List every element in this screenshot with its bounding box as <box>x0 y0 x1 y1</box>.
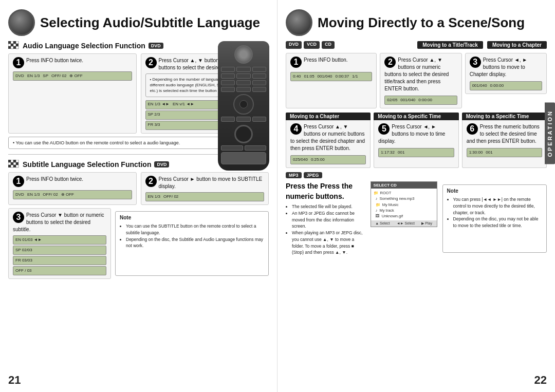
svg-rect-17 <box>11 162 13 165</box>
right-note-item2: Depending on the disc, you may not be ab… <box>453 216 542 229</box>
subtitle-note-item2: Depending on the disc, the Subtitle and … <box>126 236 264 250</box>
chapter-header-mid: Moving to a Chapter <box>286 113 371 120</box>
step6-number: 6 <box>467 123 478 135</box>
svg-rect-3 <box>16 41 18 44</box>
right-note-label: Note <box>447 188 542 195</box>
svg-rect-21 <box>11 165 13 167</box>
svg-rect-4 <box>8 44 11 46</box>
select-cd-item4: 🖼 Unknown.gif <box>374 213 434 219</box>
subtitle-step2-display: EN 1/3 OFF/ 02 <box>145 192 265 201</box>
subtitle-step2-text: Press Cursor ► button to move to SUBTITL… <box>159 176 263 189</box>
select-cd-box: SELECT CD 📁 ROOT ♪ Something new.mp3 📁 M… <box>371 181 437 227</box>
remote-big-round-btn[interactable] <box>234 125 253 143</box>
subtitle-step1-number: 1 <box>13 176 24 187</box>
remote-btn17[interactable] <box>245 145 267 151</box>
select-cd-footer: ▲ Select ◄► Select ▶ Play <box>371 220 437 227</box>
remote-btn11[interactable] <box>236 87 250 92</box>
subtitle-steps-top: 1 Press INFO button twice. DVD EN 1/3 OF… <box>8 172 269 205</box>
checkered-icon-subtitle <box>8 160 20 169</box>
remote-btn5[interactable] <box>236 73 250 79</box>
step5-number: 5 <box>378 123 390 135</box>
right-header: Moving Directly to a Scene/Song <box>286 9 547 36</box>
select-cd-box-area: SELECT CD 📁 ROOT ♪ Something new.mp3 📁 M… <box>371 181 437 256</box>
remote-btn1[interactable] <box>221 67 235 72</box>
remote-btn10[interactable] <box>221 87 235 92</box>
mp3-jpeg-content: Press the Press the numeric buttons. The… <box>286 181 547 256</box>
audio-step1-number: 1 <box>13 57 24 68</box>
badge-vcd: VCD <box>304 41 320 49</box>
right-step1-text: Press INFO button. <box>304 57 348 63</box>
svg-rect-8 <box>8 46 11 49</box>
right-header-icon <box>286 9 312 36</box>
right-page-title: Moving Directly to a Scene/Song <box>318 15 525 30</box>
remote-row1 <box>221 67 266 72</box>
svg-rect-1 <box>11 41 13 44</box>
svg-rect-0 <box>8 41 11 44</box>
subtitle-step3-display3: FR 03/03 <box>13 256 106 265</box>
badge-dvd: DVD <box>286 41 302 49</box>
right-step1-display: 0:40 01:05 001/040 0:00:37 1/1 <box>290 72 372 81</box>
remote-btn8[interactable] <box>236 80 250 85</box>
svg-rect-20 <box>8 165 11 167</box>
step3-display: 001/040 0:00:00 <box>470 81 542 90</box>
subtitle-step1: 1 Press INFO button twice. DVD EN 1/3 OF… <box>8 172 137 205</box>
checkered-icon-audio <box>8 41 20 50</box>
select-cd-content: 📁 ROOT ♪ Something new.mp3 📁 My Music ♪ … <box>371 189 437 220</box>
svg-rect-16 <box>8 162 11 165</box>
remote-bottom-section <box>221 117 266 164</box>
operation-bar: OPERATION <box>545 103 555 164</box>
subtitle-step1-display: DVD EN 1/3 OFF/ 02 ⊕ OFF <box>13 190 132 199</box>
audio-dvd-badge: DVD <box>149 43 163 49</box>
remote-nav-circle[interactable] <box>233 94 254 115</box>
remote-row4 <box>221 87 266 92</box>
remote-btn9[interactable] <box>252 80 266 85</box>
badge-jpeg: JPEG <box>304 172 322 178</box>
remote-nav-center[interactable] <box>239 100 248 108</box>
svg-rect-12 <box>8 160 11 162</box>
svg-rect-10 <box>13 46 16 49</box>
mp3-bullet-1: The selected file will be played. <box>292 203 365 210</box>
remote-btn3[interactable] <box>252 67 266 72</box>
svg-rect-23 <box>16 165 18 167</box>
audio-step1-text: Press INFO button twice. <box>26 58 83 63</box>
remote-btn7[interactable] <box>221 80 235 85</box>
step2-title-track: 2 Press Cursor ▲, ▼ buttons or numeric b… <box>380 53 461 108</box>
svg-rect-14 <box>13 160 16 162</box>
page-number-right: 22 <box>534 374 547 387</box>
svg-rect-11 <box>16 46 18 49</box>
remote-btn14[interactable] <box>236 117 250 122</box>
svg-rect-6 <box>13 44 16 46</box>
subtitle-dvd-badge: DVD <box>154 161 169 167</box>
remote-long-btn[interactable] <box>221 152 266 164</box>
remote-big-btn-area <box>221 125 266 143</box>
select-cd-item1: ♪ Something new.mp3 <box>374 196 434 201</box>
title-track-header-top: Moving to a Title/Track <box>417 41 483 49</box>
step2-number: 2 <box>384 57 396 68</box>
subtitle-section-title: Subtitle Language Selection Function <box>23 160 151 169</box>
audio-step2-number: 2 <box>145 57 157 68</box>
remote-btn15[interactable] <box>252 117 266 122</box>
badge-mp3: MP3 <box>286 172 302 178</box>
right-note-list: You can press |◄◄ ►►| on the remote cont… <box>447 196 542 229</box>
remote-btn13[interactable] <box>221 117 235 122</box>
mp3-bullet-3: When playing an MP3 or JEPG disc, you ca… <box>292 230 365 256</box>
step2-display: 02/05 001/040 0:00:00 <box>384 96 457 105</box>
mp3-step-area: Press the Press the numeric buttons. The… <box>286 181 365 256</box>
remote-top-speaker <box>234 45 253 64</box>
remote-btn12[interactable] <box>252 87 266 92</box>
remote-btn16[interactable] <box>221 145 243 151</box>
remote-btn2[interactable] <box>236 67 250 72</box>
remote-btn6[interactable] <box>252 73 266 79</box>
remote-btn4[interactable] <box>221 73 235 79</box>
step5-box: 5 Press Cursor ◄, ► buttons to move to t… <box>374 120 458 168</box>
middle-steps: 4 Press Cursor ▲, ▼ buttons or numeric b… <box>286 120 547 168</box>
subtitle-step2: 2 Press Cursor ► button to move to SUBTI… <box>141 172 269 205</box>
middle-headers: Moving to a Chapter Moving to a Specific… <box>286 113 547 120</box>
chapter-header-top: Moving to a Chapter <box>487 41 547 49</box>
svg-rect-5 <box>11 44 13 46</box>
select-cd-item2: 📁 My Music <box>374 202 434 208</box>
right-note-box: Note You can press |◄◄ ►►| on the remote… <box>442 184 547 253</box>
remote-row3 <box>221 80 266 85</box>
specific-time-header-2: Moving to a Specific Time <box>462 113 547 120</box>
mp3-jpeg-badges: MP3 JPEG <box>286 172 547 178</box>
